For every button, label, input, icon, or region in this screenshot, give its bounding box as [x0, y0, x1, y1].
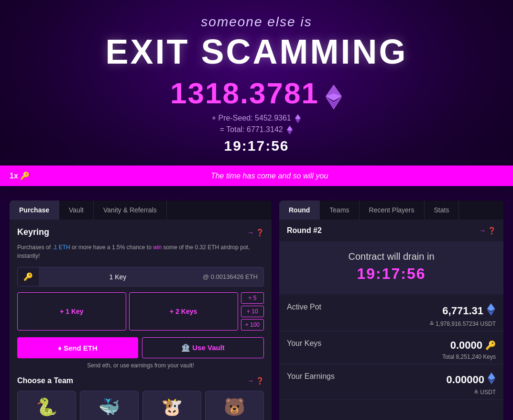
hero-total: = Total: 6771.3142 — [0, 125, 513, 135]
eth-diamond-icon — [325, 84, 343, 102]
keyring-header: Keyring → ❓ — [17, 227, 264, 237]
team-card-snek[interactable]: 🐍 Snek — [17, 391, 76, 420]
bull-icon: 🐮 — [147, 397, 197, 417]
team-section-header: Choose a Team → ❓ — [17, 376, 264, 385]
key-input[interactable] — [39, 267, 197, 286]
purchase-panel-body: Keyring → ❓ Purchases of .1 ETH or more … — [10, 220, 272, 420]
tab-round[interactable]: Round — [279, 200, 320, 220]
btn-buy-100[interactable]: + 100 — [241, 319, 264, 331]
round-timer-label: Contract will drain in — [287, 251, 496, 262]
right-panel: Round Teams Recent Players Stats Round #… — [279, 200, 503, 420]
btn-buy-10[interactable]: + 10 — [241, 306, 264, 317]
panels-container: Purchase Vault Vanity & Referrals Keyrin… — [0, 200, 513, 420]
your-keys-main: 0.0000 🔑 — [442, 339, 496, 352]
keyring-title: Keyring — [17, 227, 49, 237]
team-card-whale[interactable]: 🐳 Whale — [80, 391, 139, 420]
marquee-key-label: 1x 🔑 — [10, 171, 30, 180]
active-pot-row: Active Pot 6,771.31 ≙ 1,978,916.57234 US… — [279, 295, 503, 332]
tab-vault[interactable]: Vault — [59, 200, 94, 220]
team-help-icon[interactable]: → ❓ — [247, 377, 264, 385]
buy-buttons-row: + 1 Key + 2 Keys + 5 + 10 + 100 — [17, 292, 264, 331]
right-tab-bar: Round Teams Recent Players Stats — [279, 200, 503, 220]
active-pot-number: 6,771.31 — [442, 305, 483, 317]
hero-amount-row: 1318.3781 — [0, 76, 513, 110]
your-earnings-label: Your Earnings — [287, 372, 335, 381]
marquee-text: The time has come and so will you — [35, 172, 503, 180]
key-price-display: @ 0.00136426 ETH — [197, 267, 263, 286]
active-pot-sub: ≙ 1,978,916.57234 USDT — [429, 321, 496, 327]
hero-preseed: + Pre-Seed: 5452.9361 — [0, 114, 513, 123]
active-pot-label: Active Pot — [287, 303, 321, 311]
your-keys-label: Your Keys — [287, 339, 321, 348]
snek-icon: 🐍 — [22, 397, 72, 417]
active-pot-main: 6,771.31 — [429, 303, 496, 319]
btn-send-eth[interactable]: ♦ Send ETH — [17, 337, 138, 358]
btn-buy-5[interactable]: + 5 — [241, 292, 264, 304]
btn-use-vault[interactable]: 🏦 Use Vault — [142, 337, 264, 358]
keyring-info: Purchases of .1 ETH or more have a 1.5% … — [17, 243, 264, 260]
left-tab-bar: Purchase Vault Vanity & Referrals — [10, 200, 272, 220]
whale-icon: 🐳 — [84, 397, 134, 417]
key-input-row: 🔑 @ 0.00136426 ETH — [17, 267, 264, 287]
your-earnings-sub: ≙ USDT — [446, 389, 496, 396]
team-cards: 🐍 Snek 🐳 Whale 🐮 Bull 🐻 Bear — [17, 391, 264, 420]
your-keys-row: Your Keys 0.0000 🔑 Total 8,251,240 Keys — [279, 332, 503, 365]
key-icon-box: 🔑 — [18, 267, 39, 286]
keyring-arrow-icon[interactable]: → ❓ — [247, 229, 264, 236]
action-buttons-row: ♦ Send ETH 🏦 Use Vault — [17, 337, 264, 358]
tab-recent-players[interactable]: Recent Players — [360, 200, 425, 220]
round-label: Round #2 — [287, 226, 322, 235]
active-pot-eth-icon — [486, 303, 496, 319]
tab-vanity-referrals[interactable]: Vanity & Referrals — [94, 200, 167, 220]
hero-section: someone else is EXIT SCAMMING 1318.3781 … — [0, 0, 513, 166]
your-earnings-main: 0.00000 — [446, 372, 496, 387]
tab-purchase[interactable]: Purchase — [10, 200, 59, 220]
tab-stats[interactable]: Stats — [425, 200, 459, 220]
your-keys-sub: Total 8,251,240 Keys — [442, 354, 496, 360]
your-earnings-row: Your Earnings 0.00000 ≙ USDT — [279, 365, 503, 400]
active-pot-value-group: 6,771.31 ≙ 1,978,916.57234 USDT — [429, 303, 496, 327]
svg-marker-3 — [295, 114, 301, 120]
hero-subtitle: someone else is — [0, 14, 513, 30]
team-title: Choose a Team — [17, 376, 73, 385]
your-earnings-value-group: 0.00000 ≙ USDT — [446, 372, 496, 396]
left-panel: Purchase Vault Vanity & Referrals Keyrin… — [10, 200, 272, 420]
round-help-icon[interactable]: → ❓ — [479, 227, 496, 234]
your-earnings-eth-icon — [487, 372, 496, 387]
tab-teams[interactable]: Teams — [320, 200, 359, 220]
hero-timer: 19:17:56 — [0, 138, 513, 154]
hero-amount-value: 1318.3781 — [170, 76, 319, 110]
svg-marker-7 — [487, 303, 495, 311]
team-card-bull[interactable]: 🐮 Bull — [142, 391, 201, 420]
svg-marker-9 — [488, 373, 495, 380]
panel-hint: Send eth, or use earnings from your vaul… — [17, 362, 264, 369]
team-card-bear[interactable]: 🐻 Bear — [205, 391, 264, 420]
hero-title: EXIT SCAMMING — [0, 32, 513, 71]
your-keys-value-group: 0.0000 🔑 Total 8,251,240 Keys — [442, 339, 496, 360]
your-keys-number: 0.0000 — [450, 339, 482, 352]
buy-small-group: + 5 + 10 + 100 — [241, 292, 264, 331]
your-keys-icon: 🔑 — [485, 340, 496, 351]
your-earnings-number: 0.00000 — [446, 374, 484, 386]
btn-buy-1-key[interactable]: + 1 Key — [17, 292, 126, 331]
round-timer-value: 19:17:56 — [287, 265, 496, 283]
svg-marker-5 — [287, 126, 293, 132]
btn-buy-2-keys[interactable]: + 2 Keys — [129, 292, 238, 331]
marquee-bar: 1x 🔑 The time has come and so will you — [0, 166, 513, 186]
bear-icon: 🐻 — [209, 397, 260, 417]
round-header: Round #2 → ❓ — [279, 220, 503, 242]
round-timer-box: Contract will drain in 19:17:56 — [279, 242, 503, 294]
